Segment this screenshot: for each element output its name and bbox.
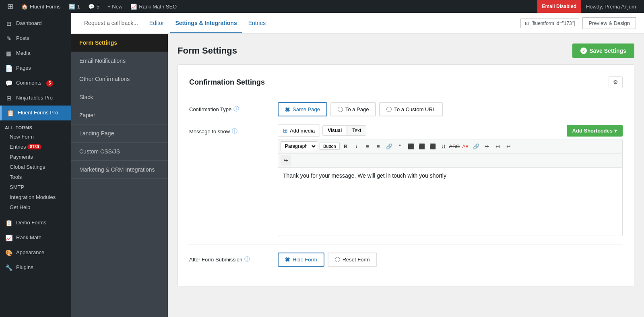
sidebar-sub-integrationmodules[interactable]: Integration Modules — [0, 192, 71, 202]
after-submission-label: After Form Submission — [189, 257, 242, 263]
unordered-list-button[interactable]: ≡ — [362, 141, 373, 151]
comments-item[interactable]: 💬 5 — [84, 0, 103, 13]
save-settings-button[interactable]: ✓ Save Settings — [572, 44, 634, 58]
rankmath-item[interactable]: 📈 Rank Math SEO — [126, 0, 181, 13]
add-shortcodes-button[interactable]: Add Shortcodes ▾ — [567, 125, 623, 137]
confirmation-type-info-icon[interactable]: ⓘ — [233, 106, 239, 113]
sidebar-item-comments[interactable]: 💬 Comments 5 — [0, 76, 71, 91]
wp-logo-item[interactable]: ⊞ — [3, 0, 17, 13]
shortcode-box[interactable]: ⊡ [fluentform id="173"] — [520, 19, 579, 28]
content-area: Form Settings Email Notifications Other … — [71, 34, 644, 317]
sidebar-item-rankmath[interactable]: 📈 Rank Math — [0, 230, 71, 245]
redo-button[interactable]: ↪ — [281, 155, 291, 166]
breadcrumb[interactable]: Request a call back... — [79, 14, 143, 33]
sidebar-item-appearance[interactable]: 🎨 Appearance — [0, 245, 71, 260]
tab-entries[interactable]: Entries — [244, 14, 271, 33]
strikethrough-button[interactable]: ABC — [449, 141, 460, 151]
radio-same-page-input[interactable] — [285, 107, 290, 112]
settings-nav-zapier[interactable]: Zapier — [71, 106, 168, 124]
howdy-item[interactable]: Howdy, Prema Anjum — [581, 0, 641, 13]
sidebar-item-posts[interactable]: ✎ Posts — [0, 31, 71, 46]
fluentforms-icon: 📋 — [6, 109, 14, 117]
sidebar-sub-gethelp[interactable]: Get Help — [0, 202, 71, 212]
settings-nav-email-notifications[interactable]: Email Notifications — [71, 52, 168, 70]
gethelp-label: Get Help — [10, 204, 30, 210]
link-button[interactable]: 🔗 — [384, 141, 394, 151]
text-tab[interactable]: Text — [347, 125, 366, 136]
confirmation-type-row: Confirmation Type ⓘ Same Page — [189, 102, 623, 116]
sidebar-item-plugins[interactable]: 🔧 Plugins — [0, 260, 71, 275]
message-info-icon[interactable]: ⓘ — [232, 128, 237, 135]
message-to-show-row: Message to show ⓘ ⊞ Add media — [189, 124, 623, 236]
radio-hide-form-input[interactable] — [285, 257, 290, 262]
blockquote-button[interactable]: " — [395, 141, 405, 151]
undo-button[interactable]: ↩ — [504, 141, 514, 151]
rankmath-label: Rank Math SEO — [139, 4, 177, 10]
radio-to-a-page-input[interactable] — [338, 107, 343, 112]
posts-icon: ✎ — [5, 34, 13, 43]
message-editor-container: ⊞ Add media Visual Text — [278, 124, 623, 236]
sidebar-item-pages[interactable]: 📄 Pages — [0, 61, 71, 76]
radio-hide-form[interactable]: Hide Form — [278, 253, 324, 267]
radio-reset-form[interactable]: Reset Form — [328, 253, 377, 267]
align-left-button[interactable]: ⬛ — [406, 141, 416, 151]
editor-second-toolbar: ↪ — [278, 153, 623, 168]
sidebar-sub-globalsettings[interactable]: Global Settings — [0, 162, 71, 172]
sidebar-sub-smtp[interactable]: SMTP — [0, 182, 71, 192]
settings-nav-form-settings[interactable]: Form Settings — [71, 34, 168, 52]
paragraph-format-select[interactable]: Paragraph — [281, 141, 317, 151]
editor-body[interactable]: Thank you for your message. We will get … — [278, 168, 623, 236]
sidebar-item-media[interactable]: ▦ Media — [0, 46, 71, 61]
indent-button[interactable]: ↦ — [482, 141, 492, 151]
sidebar-sub-newform[interactable]: New Form — [0, 132, 71, 142]
sidebar-item-dashboard[interactable]: ⊞ Dashboard — [0, 16, 71, 31]
confirmation-title: Confirmation Settings — [189, 78, 265, 87]
sidebar-sub-tools[interactable]: Tools — [0, 172, 71, 182]
align-right-button[interactable]: ⬛ — [427, 141, 438, 151]
sidebar-item-label: Plugins — [16, 264, 33, 271]
sidebar-item-fluentforms[interactable]: 📋 Fluent Forms Pro — [0, 106, 71, 120]
italic-button[interactable]: I — [351, 141, 362, 151]
sidebar-item-demoforms[interactable]: 📋 Demo Forms — [0, 215, 71, 230]
outdent-button[interactable]: ↤ — [493, 141, 503, 151]
radio-to-custom-url[interactable]: To a Custom URL — [379, 102, 443, 116]
settings-nav-other-confirmations[interactable]: Other Confirmations — [71, 70, 168, 88]
wp-logo-icon: ⊞ — [7, 2, 13, 11]
radio-same-page-label: Same Page — [293, 106, 320, 112]
preview-design-button[interactable]: Preview & Design — [582, 17, 636, 29]
updates-item[interactable]: 🔄 1 — [65, 0, 84, 13]
radio-same-page[interactable]: Same Page — [278, 102, 327, 116]
text-color-button[interactable]: A▾ — [460, 141, 471, 151]
site-name-item[interactable]: 🏠 Fluent Forms — [17, 0, 65, 13]
after-submission-info-icon[interactable]: ⓘ — [244, 256, 250, 263]
comments-icon: 💬 — [88, 4, 95, 10]
sidebar-sub-entries[interactable]: Entries 8130 — [0, 142, 71, 152]
underline-button[interactable]: U — [438, 141, 449, 151]
bold-button[interactable]: B — [341, 141, 351, 151]
settings-nav-slack[interactable]: Slack — [71, 88, 168, 106]
settings-nav-custom-css-js[interactable]: Custom CSS/JS — [71, 143, 168, 161]
sidebar-sub-payments[interactable]: Payments — [0, 152, 71, 162]
remove-formatting-button[interactable]: 🔗 — [471, 141, 481, 151]
button-tag-btn[interactable]: Button — [320, 143, 340, 150]
gear-settings-button[interactable]: ⚙ — [609, 76, 623, 88]
sidebar-item-ninjatables[interactable]: ⊞ NinjaTables Pro — [0, 91, 71, 106]
add-media-button[interactable]: ⊞ Add media — [278, 124, 320, 137]
preview-label: Preview & Design — [588, 20, 630, 26]
radio-reset-form-input[interactable] — [335, 257, 340, 262]
message-label-container: Message to show ⓘ — [189, 124, 270, 135]
confirmation-type-label: Confirmation Type — [189, 106, 231, 112]
settings-nav-marketing-crm[interactable]: Marketing & CRM Integrations — [71, 161, 168, 179]
shortcode-text: [fluentform id="173"] — [531, 21, 575, 26]
new-item[interactable]: + New — [103, 0, 126, 13]
align-center-button[interactable]: ⬛ — [417, 141, 427, 151]
tab-settings[interactable]: Settings & Integrations — [170, 14, 242, 33]
visual-tab[interactable]: Visual — [322, 125, 347, 136]
form-settings-label: Form Settings — [79, 39, 117, 46]
site-name-label: Fluent Forms — [30, 4, 61, 10]
ordered-list-button[interactable]: ≡ — [373, 141, 384, 151]
radio-to-a-page[interactable]: To a Page — [330, 102, 376, 116]
tab-editor[interactable]: Editor — [144, 14, 169, 33]
settings-nav-landing-page[interactable]: Landing Page — [71, 124, 168, 143]
radio-to-custom-url-input[interactable] — [386, 107, 392, 112]
